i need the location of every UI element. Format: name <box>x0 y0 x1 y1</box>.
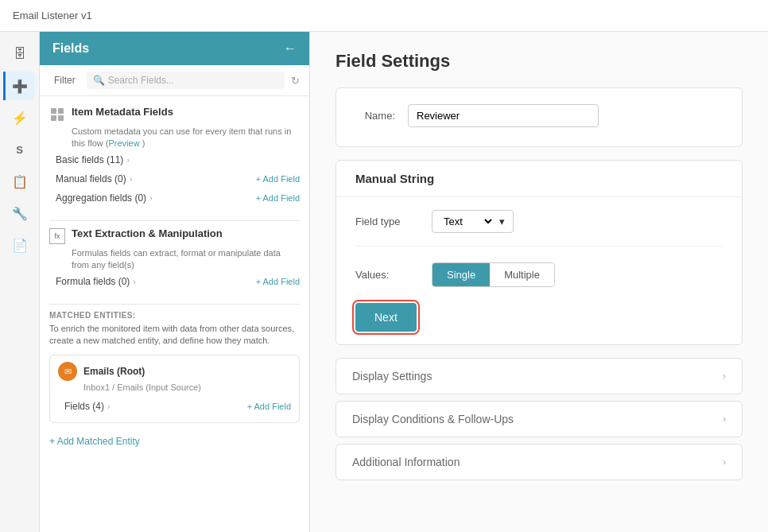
item-metadata-section: Item Metadata Fields Custom metadata you… <box>49 106 300 208</box>
entity-sub: Inbox1 / Emails (Input Source) <box>83 382 291 392</box>
additional-info-chevron: › <box>723 456 726 468</box>
matched-entities-section: MATCHED ENTITIES: To enrich the monitore… <box>49 304 300 448</box>
formula-add-field-link[interactable]: + Add Field <box>256 277 300 286</box>
display-settings-title: Display Settings <box>352 370 432 382</box>
entity-fields-row[interactable]: Fields (4) › + Add Field <box>58 397 291 416</box>
manual-string-title: Manual String <box>355 172 434 185</box>
sidebar-item-add[interactable]: ➕ <box>3 72 35 100</box>
name-input[interactable] <box>408 104 599 127</box>
text-extraction-header: fx Text Extraction & Manipulation <box>49 227 300 244</box>
display-conditions-title: Display Conditions & Follow-Ups <box>352 413 514 425</box>
display-conditions-section: Display Conditions & Follow-Ups › <box>336 401 743 437</box>
sidebar-item-copy[interactable]: 📄 <box>6 231 34 259</box>
aggregation-fields-label: Aggregation fields (0) <box>56 192 146 204</box>
fields-panel-header: Fields ← <box>40 32 309 65</box>
entity-name: Emails (Root) <box>83 366 145 377</box>
display-conditions-header[interactable]: Display Conditions & Follow-Ups › <box>336 402 742 437</box>
basic-fields-row[interactable]: Basic fields (11) › <box>49 150 300 169</box>
item-metadata-icon <box>49 107 65 122</box>
text-extraction-desc: Formulas fields can extract, format or m… <box>72 247 300 272</box>
fields-content: Item Metadata Fields Custom metadata you… <box>40 96 309 532</box>
item-metadata-header: Item Metadata Fields <box>49 106 300 122</box>
section-divider <box>49 220 300 221</box>
formula-fields-chevron: › <box>133 277 136 286</box>
formula-fields-row[interactable]: Formula fields (0) › + Add Field <box>49 272 300 291</box>
name-card: Name: <box>336 87 743 147</box>
values-row: Values: Single Multiple <box>355 262 723 287</box>
app-container: Email Listener v1 🗄 ➕ ⚡ S 📋 🔧 📄 Fields ←… <box>0 0 768 532</box>
text-extraction-section: fx Text Extraction & Manipulation Formul… <box>49 227 300 291</box>
sidebar-item-s[interactable]: S <box>6 135 34 164</box>
next-button[interactable]: Next <box>355 303 417 332</box>
multiple-toggle[interactable]: Multiple <box>490 263 554 286</box>
page-title: Field Settings <box>336 51 743 72</box>
entity-add-field-link[interactable]: + Add Field <box>247 402 291 411</box>
icon-sidebar: 🗄 ➕ ⚡ S 📋 🔧 📄 <box>0 32 40 532</box>
manual-add-field-link[interactable]: + Add Field <box>256 174 300 184</box>
item-metadata-desc: Custom metadata you can use for every it… <box>72 126 300 150</box>
matched-entities-label: MATCHED ENTITIES: <box>49 311 300 320</box>
field-type-row: Field type Text Number Date Boolean ▾ <box>355 210 723 247</box>
name-row: Name: <box>355 104 723 127</box>
search-icon: 🔍 <box>93 75 105 86</box>
entity-fields-chevron: › <box>107 402 111 411</box>
additional-info-title: Additional Information <box>352 456 460 468</box>
sidebar-item-note[interactable]: 📋 <box>6 167 34 196</box>
manual-fields-label: Manual fields (0) <box>56 173 126 184</box>
aggregation-fields-chevron: › <box>149 193 153 203</box>
single-toggle[interactable]: Single <box>432 263 490 286</box>
sidebar-item-bolt[interactable]: ⚡ <box>6 103 34 132</box>
text-extraction-title: Text Extraction & Manipulation <box>72 227 223 239</box>
search-container: 🔍 <box>87 72 285 89</box>
manual-fields-chevron: › <box>130 174 133 184</box>
display-settings-header[interactable]: Display Settings › <box>336 359 742 394</box>
entity-header: ✉ Emails (Root) <box>58 362 291 381</box>
entity-card: ✉ Emails (Root) Inbox1 / Emails (Input S… <box>49 355 300 423</box>
basic-fields-chevron: › <box>126 155 130 165</box>
field-type-label: Field type <box>355 216 419 227</box>
add-matched-entity-link[interactable]: + Add Matched Entity <box>49 436 140 447</box>
manual-string-header: Manual String <box>336 161 742 197</box>
aggregation-fields-row[interactable]: Aggregation fields (0) › + Add Field <box>49 188 300 208</box>
main-layout: 🗄 ➕ ⚡ S 📋 🔧 📄 Fields ← Filter 🔍 ↻ <box>0 32 768 532</box>
manual-fields-row[interactable]: Manual fields (0) › + Add Field <box>49 169 300 188</box>
name-label: Name: <box>355 110 395 122</box>
values-label: Values: <box>355 269 419 281</box>
dropdown-chevron: ▾ <box>499 216 505 227</box>
fields-panel: Fields ← Filter 🔍 ↻ <box>40 32 310 532</box>
matched-entities-desc: To enrich the monitored item with data f… <box>49 323 300 348</box>
text-extraction-icon: fx <box>49 228 65 244</box>
display-conditions-chevron: › <box>723 414 726 425</box>
preview-link[interactable]: Preview <box>108 138 139 148</box>
values-toggle: Single Multiple <box>432 262 555 287</box>
item-metadata-title: Item Metadata Fields <box>72 106 173 118</box>
entity-icon: ✉ <box>58 362 77 381</box>
additional-info-section: Additional Information › <box>336 444 743 480</box>
filter-button[interactable]: Filter <box>49 73 80 87</box>
field-type-select[interactable]: Text Number Date Boolean ▾ <box>432 210 514 233</box>
formula-fields-label: Formula fields (0) <box>56 276 130 287</box>
aggregation-add-field-link[interactable]: + Add Field <box>256 193 300 203</box>
fields-search-bar: Filter 🔍 ↻ <box>40 65 309 96</box>
display-settings-section: Display Settings › <box>336 358 743 394</box>
top-bar: Email Listener v1 <box>0 0 768 32</box>
entity-fields-label: Fields (4) <box>64 401 104 412</box>
sidebar-item-tools[interactable]: 🔧 <box>6 199 34 227</box>
field-type-dropdown[interactable]: Text Number Date Boolean <box>440 215 495 228</box>
additional-info-header[interactable]: Additional Information › <box>336 445 742 480</box>
display-settings-chevron: › <box>723 371 726 382</box>
sidebar-item-database[interactable]: 🗄 <box>6 40 34 68</box>
fields-panel-title: Fields <box>52 41 89 56</box>
fields-back-button[interactable]: ← <box>284 41 297 56</box>
basic-fields-label: Basic fields (11) <box>56 154 123 165</box>
manual-string-body: Field type Text Number Date Boolean ▾ <box>336 197 742 344</box>
main-content: Field Settings Name: Manual String <box>310 32 768 532</box>
refresh-icon[interactable]: ↻ <box>291 75 300 87</box>
manual-string-card: Manual String Field type Text Number Dat… <box>336 160 743 345</box>
search-input[interactable] <box>108 75 278 86</box>
app-title: Email Listener v1 <box>13 10 92 21</box>
